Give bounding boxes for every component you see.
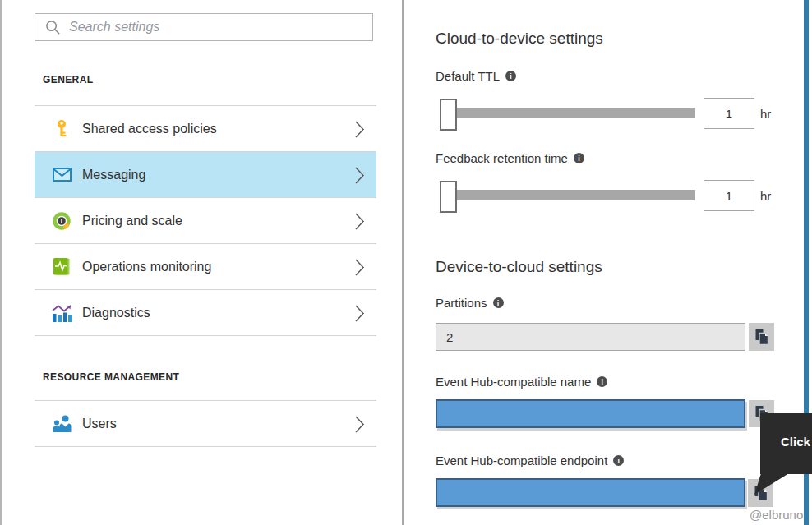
search-settings-input[interactable] [61,14,372,40]
info-icon[interactable]: i [505,71,516,81]
bar-chart-icon [51,303,72,323]
settings-sidebar: GENERAL Shared access policies [0,0,402,525]
copy-tooltip: Click [760,413,812,474]
info-icon[interactable]: i [613,455,624,466]
chevron-right-icon [354,304,365,326]
info-icon[interactable]: i [597,376,607,387]
partitions-label-text: Partitions [436,296,487,310]
cloud-to-device-heading: Cloud-to-device settings [436,30,603,48]
default-ttl-unit: hr [760,107,771,121]
feedback-retention-unit: hr [760,189,771,203]
resource-management-menu: Users [35,400,376,447]
device-to-cloud-heading: Device-to-cloud settings [436,258,602,276]
sidebar-item-label: Messaging [82,168,145,182]
default-ttl-slider-handle[interactable] [440,99,457,131]
tooltip-tail [753,473,789,495]
users-icon [51,415,72,433]
event-hub-name-label: Event Hub-compatible name i [436,375,607,389]
event-hub-name-field[interactable] [436,399,745,428]
monitoring-icon [51,257,72,276]
copy-partitions-button[interactable] [749,323,774,351]
sidebar-item-diagnostics[interactable]: Diagnostics [35,290,376,336]
section-header-general: GENERAL [43,74,93,85]
sidebar-item-messaging[interactable]: Messaging [35,152,376,198]
event-hub-endpoint-field[interactable] [436,478,745,507]
default-ttl-label-text: Default TTL [436,69,500,83]
default-ttl-label: Default TTL i [436,69,516,83]
default-ttl-value-box [704,98,754,129]
sidebar-item-label: Operations monitoring [82,260,211,274]
copy-icon [754,329,769,346]
info-icon[interactable]: i [493,297,504,308]
pricing-tier-icon [51,212,72,230]
copy-tooltip-text: Click [781,435,810,449]
chevron-right-icon [354,120,365,142]
partitions-input [436,324,745,350]
feedback-retention-label: Feedback retention time i [436,151,584,165]
default-ttl-input[interactable] [704,99,754,128]
feedback-retention-slider-handle[interactable] [440,181,457,213]
event-hub-name-label-text: Event Hub-compatible name [436,375,591,389]
partitions-label: Partitions i [436,296,504,310]
sidebar-item-users[interactable]: Users [35,401,376,447]
event-hub-endpoint-label-text: Event Hub-compatible endpoint [436,454,607,467]
sidebar-item-label: Shared access policies [82,122,217,136]
envelope-icon [51,168,72,182]
search-icon [45,20,61,35]
search-settings-box[interactable] [35,13,373,41]
event-hub-endpoint-label: Event Hub-compatible endpoint i [436,454,624,467]
chevron-right-icon [354,166,365,188]
key-icon [51,119,72,139]
chevron-right-icon [354,415,365,437]
sidebar-item-pricing-and-scale[interactable]: Pricing and scale [35,198,376,244]
section-header-resource-management: RESOURCE MANAGEMENT [43,371,179,383]
default-ttl-slider-track[interactable] [445,108,695,118]
blade-divider [402,0,404,525]
partitions-field [436,323,745,351]
watermark-text: @elbruno [750,508,803,522]
chevron-right-icon [354,212,365,234]
sidebar-item-label: Pricing and scale [82,214,182,228]
chevron-right-icon [354,258,365,280]
sidebar-item-label: Users [82,417,117,431]
info-icon[interactable]: i [574,153,584,163]
feedback-retention-slider-track[interactable] [445,190,695,200]
sidebar-item-shared-access-policies[interactable]: Shared access policies [35,106,376,152]
sidebar-item-operations-monitoring[interactable]: Operations monitoring [35,244,376,290]
settings-blade-screen: GENERAL Shared access policies [0,0,812,525]
feedback-retention-value-box [704,180,754,211]
feedback-retention-label-text: Feedback retention time [436,151,568,165]
feedback-retention-input[interactable] [704,181,754,210]
general-menu: Shared access policies Messaging [35,105,376,336]
sidebar-item-label: Diagnostics [82,306,150,320]
